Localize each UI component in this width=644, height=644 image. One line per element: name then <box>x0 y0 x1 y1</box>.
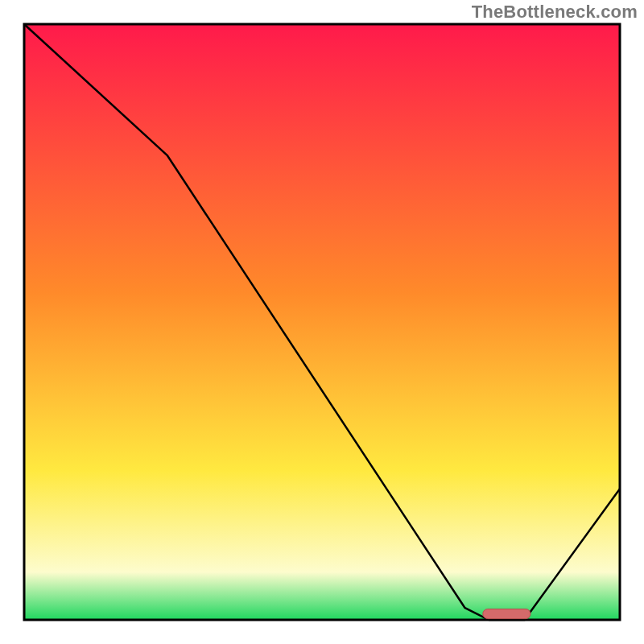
optimal-marker <box>483 609 530 619</box>
chart-stage: TheBottleneck.com <box>0 0 644 644</box>
bottleneck-plot <box>0 0 644 644</box>
gradient-background <box>24 24 620 620</box>
watermark-text: TheBottleneck.com <box>472 2 638 23</box>
